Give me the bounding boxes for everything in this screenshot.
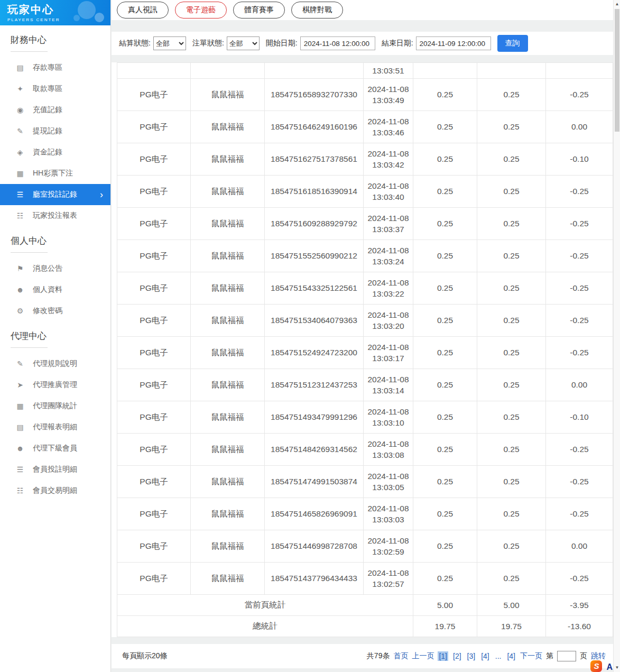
sidebar-item-label: 修改密碼 [33,306,62,316]
sidebar-item-deposit[interactable]: ▤存款專區 [0,57,110,78]
time-line: 13:03:46 [365,127,412,138]
tab-board-games[interactable]: 棋牌對戰 [291,2,343,19]
provider-cell: PG电子 [117,530,191,563]
date-line: 2024-11-08 [365,342,412,353]
sidebar-item-agent-members[interactable]: ☻代理下級會員 [0,438,110,459]
page-links: [1][2][3][4]...[4] [438,651,516,661]
table-row: PG电子鼠鼠福福18547514658269690912024-11-0813:… [117,498,613,530]
bet-cell: 0.25 [413,563,477,595]
search-button[interactable]: 查詢 [497,35,528,52]
order-id-cell: 1854751646249160196 [265,111,364,143]
sidebar-item-agent-team-stats[interactable]: ▦代理團隊統計 [0,395,110,417]
datetime-cell: 2024-11-0813:02:59 [364,530,413,563]
order-status-select[interactable]: 全部 [227,36,260,50]
datetime-cell: 2024-11-0813:03:46 [364,111,413,143]
page-scrollbar[interactable]: ▲ ▼ [613,0,620,672]
date-line: 2024-11-08 [365,148,412,159]
game-cell: 鼠鼠福福 [191,434,265,466]
sidebar-item-lottery-bet[interactable]: ▦HH彩票下注 [0,163,110,184]
sidebar-item-funds-record[interactable]: ◈資金記錄 [0,142,110,163]
profit-cell: 0.00 [546,530,613,563]
provider-cell: PG电子 [117,176,191,208]
tab-live-casino[interactable]: 真人視訊 [117,2,169,19]
bet-cell: 0.25 [413,498,477,530]
scrollbar-thumb[interactable] [615,9,619,132]
valid-bet-cell: 0.25 [477,434,546,466]
game-cell: 鼠鼠福福 [191,143,265,176]
sidebar-item-withdraw[interactable]: ✦取款專區 [0,78,110,99]
sidebar-item-change-password[interactable]: ⚙修改密碼 [0,300,110,321]
sidebar-item-profile[interactable]: ☻個人資料 [0,279,110,300]
table-row: PG电子鼠鼠福福18547515123124372532024-11-0813:… [117,369,613,401]
table-row-partial: 13:03:51 [117,63,613,79]
provider-cell: PG电子 [117,272,191,305]
game-cell [191,63,265,79]
summary-row-total: 總統計 19.75 19.75 -13.60 [117,616,613,637]
summary-bet: 19.75 [413,616,477,637]
scrollbar-up-arrow-icon[interactable]: ▲ [614,0,620,8]
start-date-input[interactable] [300,36,375,50]
sidebar-item-member-transaction-detail[interactable]: ☷會員交易明細 [0,480,110,501]
page-link[interactable]: [3] [466,651,477,661]
game-cell: 鼠鼠福福 [191,176,265,208]
sidebar-item-recharge-record[interactable]: ◉充值記錄 [0,99,110,121]
datetime-cell: 2024-11-0813:03:10 [364,401,413,434]
provider-cell: PG电子 [117,434,191,466]
first-page-link[interactable]: 首页 [393,651,408,661]
sidebar-item-announcement[interactable]: ⚑消息公告 [0,258,110,279]
jump-button[interactable]: 跳转 [591,651,606,661]
sidebar-item-label: 會員投註明細 [33,465,77,474]
next-page-link[interactable]: 下一页 [520,651,542,661]
order-id-cell: 1854751609288929792 [265,208,364,240]
tab-sports[interactable]: 體育賽事 [233,2,285,19]
order-status-label: 注單狀態: [192,39,224,48]
valid-bet-cell: 0.25 [477,272,546,305]
order-id-cell: 1854751437796434433 [265,563,364,595]
order-id-cell: 1854751493479991296 [265,401,364,434]
page-link[interactable]: [2] [452,651,462,661]
sidebar-item-agent-promo[interactable]: ➤代理推廣管理 [0,374,110,395]
sidebar-section: 代理中心✎代理規則說明➤代理推廣管理▦代理團隊統計▤代理報表明細☻代理下級會員☰… [0,330,110,501]
bet-cell: 0.25 [413,401,477,434]
sidebar-item-agent-rules[interactable]: ✎代理規則說明 [0,353,110,374]
provider-cell: PG电子 [117,337,191,369]
table-row: PG电子鼠鼠福福18547515249247232002024-11-0813:… [117,337,613,369]
valid-bet-cell: 0.25 [477,498,546,530]
valid-bet-cell: 0.25 [477,143,546,176]
page-jump-input[interactable] [557,651,576,661]
provider-cell: PG电子 [117,305,191,337]
summary-label: 總統計 [117,616,413,637]
time-line: 13:03:03 [365,514,412,525]
sidebar-item-withdrawal-record[interactable]: ✎提現記錄 [0,121,110,142]
datetime-cell: 2024-11-0813:03:08 [364,434,413,466]
datetime-cell: 2024-11-0813:03:49 [364,79,413,111]
end-date-input[interactable] [416,36,491,50]
bet-cell: 0.25 [413,240,477,272]
datetime-cell: 2024-11-0813:03:20 [364,305,413,337]
sidebar-item-member-bet-detail[interactable]: ☰會員投註明細 [0,459,110,480]
sidebar-item-room-bet-record[interactable]: ☰廳室投註記錄› [0,184,110,205]
prev-page-link[interactable]: 上一页 [412,651,434,661]
scrollbar-down-arrow-icon[interactable]: ▼ [614,664,620,672]
sidebar-item-label: 玩家投注報表 [33,211,77,220]
page-link[interactable]: ... [494,651,503,661]
bet-cell: 0.25 [413,79,477,111]
sidebar-item-agent-report-detail[interactable]: ▤代理報表明細 [0,417,110,438]
sidebar-item-label: 廳室投註記錄 [33,190,77,199]
valid-bet-cell: 0.25 [477,240,546,272]
page-link-current[interactable]: [1] [438,651,448,661]
bet-records-table-panel: 13:03:51PG电子鼠鼠福福18547516589327073302024-… [112,62,613,637]
game-cell: 鼠鼠福福 [191,79,265,111]
sidebar-item-player-bet-report[interactable]: ☷玩家投注報表 [0,205,110,226]
valid-bet-cell: 0.25 [477,208,546,240]
ime-mode-letter[interactable]: A [606,662,613,672]
sidebar-item-label: 會員交易明細 [33,486,77,495]
agent-promo-icon: ➤ [16,381,24,389]
date-line: 2024-11-08 [365,84,412,95]
settle-status-select[interactable]: 全部 [153,36,186,50]
tab-electronic-games[interactable]: 電子遊藝 [175,2,227,19]
ime-sogou-icon[interactable]: S [590,660,602,672]
page-link[interactable]: [4] [506,651,516,661]
page-link[interactable]: [4] [480,651,491,661]
agent-rules-icon: ✎ [16,360,24,368]
